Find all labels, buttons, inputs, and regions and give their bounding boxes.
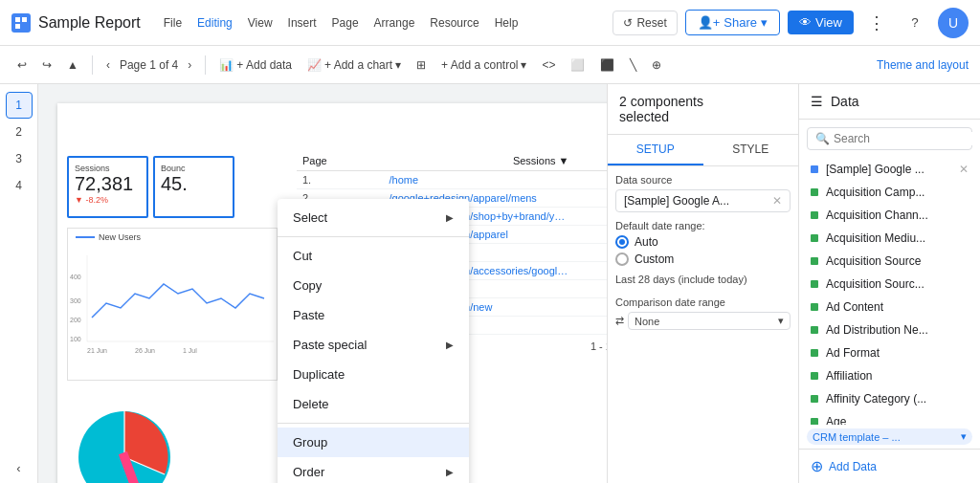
data-list-item[interactable]: Acquisition Mediu...: [799, 227, 980, 250]
pie-chart[interactable]: [67, 400, 182, 483]
add-control-button[interactable]: + Add a control ▾: [435, 55, 532, 76]
prev-page-button[interactable]: ‹: [100, 55, 116, 76]
menu-editing[interactable]: Editing: [189, 12, 240, 33]
toolbar-separator-2: [205, 55, 206, 75]
page-3-thumb[interactable]: 3: [6, 145, 33, 172]
add-data-footer[interactable]: ⊕ Add Data: [799, 449, 980, 483]
ctx-copy[interactable]: Copy: [278, 271, 469, 300]
data-item-dot: [811, 372, 818, 380]
data-list-item[interactable]: Acquisition Sourc...: [799, 273, 980, 296]
default-date-label: Default date range:: [615, 220, 791, 231]
svg-text:300: 300: [70, 297, 81, 304]
comparison-dropdown[interactable]: None ▾: [628, 312, 791, 330]
auto-radio-icon: [615, 235, 629, 249]
data-source-dropdown[interactable]: [Sample] Google A... ✕: [615, 189, 791, 212]
menu-arrange[interactable]: Arrange: [367, 12, 423, 33]
data-list-item[interactable]: Acquisition Source: [799, 250, 980, 273]
search-input[interactable]: [834, 132, 977, 145]
ctx-order-arrow-icon: ▶: [446, 467, 454, 477]
comparison-row: ⇄ None ▾: [615, 312, 791, 330]
canvas-area[interactable]: Sessions 72,381 ▼ -8.2% Bounc 45. New Us…: [38, 84, 607, 483]
data-list-item[interactable]: [Sample] Google ... ✕: [799, 158, 980, 181]
ctx-group[interactable]: Group: [278, 428, 469, 457]
components-selected-label: 2 components selected: [619, 94, 787, 124]
crm-badge[interactable]: CRM template – ... ▾: [807, 428, 972, 445]
ctx-order[interactable]: Order ▶: [278, 457, 469, 483]
avatar[interactable]: U: [938, 8, 969, 38]
data-list-item[interactable]: Ad Format: [799, 341, 980, 364]
menu-help[interactable]: Help: [487, 12, 526, 33]
page-4-thumb[interactable]: 4: [6, 172, 33, 199]
page-1-thumb[interactable]: 1: [6, 92, 33, 119]
code-button[interactable]: <>: [536, 55, 561, 76]
line-button[interactable]: ╲: [624, 55, 642, 76]
reset-button[interactable]: ↺ Reset: [612, 11, 677, 35]
ctx-paste-special[interactable]: Paste special ▶: [278, 330, 469, 360]
data-list-item[interactable]: Affinity Category (...: [799, 387, 980, 410]
add-data-plus-icon: ⊕: [811, 457, 823, 475]
menu-page[interactable]: Page: [324, 12, 367, 33]
view-button[interactable]: 👁 View: [788, 11, 854, 34]
shapes-button[interactable]: ⬛: [594, 55, 620, 76]
menu-insert[interactable]: Insert: [280, 12, 324, 33]
metric-card-sessions[interactable]: Sessions 72,381 ▼ -8.2%: [67, 156, 148, 218]
add-chart-button[interactable]: 📈 + Add a chart ▾: [301, 55, 407, 76]
svg-text:100: 100: [70, 336, 81, 342]
theme-layout-button[interactable]: Theme and layout: [877, 58, 969, 72]
data-list-item[interactable]: Ad Content: [799, 296, 980, 318]
auto-option[interactable]: Auto: [615, 235, 791, 249]
pie-chart-svg: [67, 400, 182, 483]
data-list-item[interactable]: Acquisition Camp...: [799, 181, 980, 204]
image-button[interactable]: ⬜: [565, 55, 590, 76]
data-list-item[interactable]: Acquisition Chann...: [799, 204, 980, 227]
share-button[interactable]: 👤+ Share ▾: [685, 10, 780, 35]
select-tool-button[interactable]: ▲: [61, 55, 84, 76]
date-range-options: Auto Custom: [615, 235, 791, 266]
metric-card-bounce[interactable]: Bounc 45.: [153, 156, 234, 218]
crm-close-icon: ▾: [961, 430, 967, 443]
data-list-item[interactable]: Age: [799, 410, 980, 425]
tab-setup[interactable]: SETUP: [608, 135, 703, 165]
custom-option[interactable]: Custom: [615, 252, 791, 266]
dropdown-chevron-icon: ▾: [778, 315, 784, 327]
add-data-button[interactable]: 📊 + Add data: [213, 55, 298, 76]
data-list: [Sample] Google ... ✕ Acquisition Camp..…: [799, 158, 980, 425]
ctx-delete[interactable]: Delete: [278, 389, 469, 419]
menu-view[interactable]: View: [240, 12, 280, 33]
app-icon: [11, 13, 31, 33]
more-button[interactable]: ⋮: [861, 8, 892, 38]
close-icon[interactable]: ✕: [959, 163, 969, 176]
sidebar-collapse-button[interactable]: ‹: [16, 461, 20, 475]
metric-bounce-value: 45.: [161, 173, 227, 195]
comparison-label: Comparison date range: [615, 296, 791, 308]
svg-text:21 Jun: 21 Jun: [87, 347, 107, 354]
top-bar-right: ↺ Reset 👤+ Share ▾ 👁 View ⋮ ? U: [612, 8, 969, 38]
ctx-paste[interactable]: Paste: [278, 300, 469, 330]
data-item-dot: [811, 234, 818, 242]
help-button[interactable]: ?: [900, 8, 930, 38]
data-item-dot: [811, 326, 818, 334]
text-button[interactable]: ⊕: [646, 55, 667, 76]
ctx-cut[interactable]: Cut: [278, 241, 469, 271]
svg-rect-1: [22, 17, 27, 22]
ctx-duplicate[interactable]: Duplicate: [278, 360, 469, 389]
data-list-item[interactable]: Ad Distribution Ne...: [799, 318, 980, 341]
undo-button[interactable]: ↩: [11, 55, 33, 76]
data-item-dot: [811, 395, 818, 403]
table-row: 1. /home 33,266: [297, 171, 607, 189]
next-page-button[interactable]: ›: [182, 55, 197, 76]
ctx-select[interactable]: Select ▶: [278, 203, 469, 232]
page-2-thumb[interactable]: 2: [6, 119, 33, 145]
data-list-item[interactable]: Affiliation: [799, 364, 980, 387]
menu-resource[interactable]: Resource: [422, 12, 486, 33]
redo-button[interactable]: ↪: [36, 55, 57, 76]
search-box[interactable]: 🔍: [807, 127, 972, 150]
data-panel-header: ☰ Data: [799, 84, 980, 120]
custom-radio-icon: [615, 252, 629, 266]
data-item-dot: [811, 303, 818, 311]
share-icon: 👤+: [698, 15, 721, 30]
more-charts-button[interactable]: ⊞: [411, 55, 432, 76]
tab-style[interactable]: STYLE: [703, 135, 799, 165]
menu-file[interactable]: File: [156, 12, 189, 33]
line-chart[interactable]: New Users 400 300 200 100 21 Jun 26 Jun …: [67, 228, 278, 381]
